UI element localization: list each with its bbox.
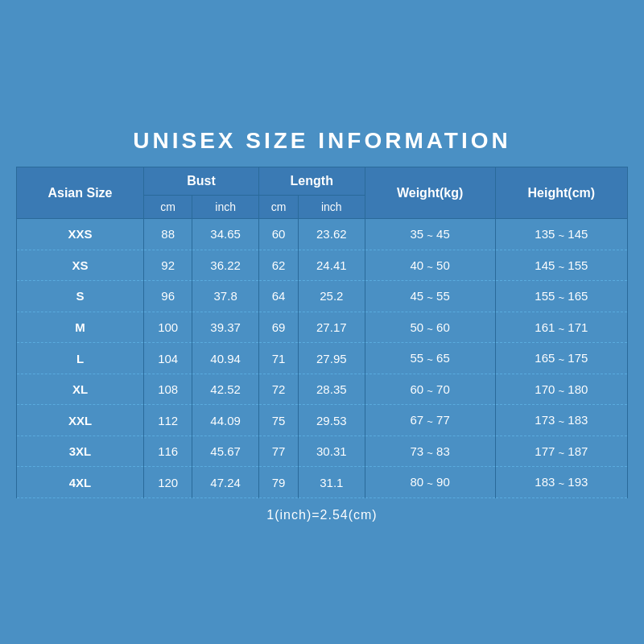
- length-cm-cell: 75: [258, 405, 298, 436]
- weight-cell: 45 ~ 55: [365, 281, 495, 312]
- length-cm-cell: 62: [258, 250, 298, 281]
- length-header: Length: [258, 167, 365, 196]
- table-body: XXS 88 34.65 60 23.62 35 ~ 45 135 ~ 145 …: [17, 219, 628, 498]
- height-cell: 145 ~ 155: [495, 250, 627, 281]
- size-cell: XS: [17, 250, 144, 281]
- bust-cm-cell: 88: [143, 219, 192, 250]
- bust-cm-cell: 104: [143, 343, 192, 374]
- length-cm-cell: 64: [258, 281, 298, 312]
- header-row-1: Asian Size Bust Length Weight(kg) Height…: [17, 167, 628, 196]
- bust-cm-cell: 92: [143, 250, 192, 281]
- bust-inch-cell: 37.8: [192, 281, 259, 312]
- length-inch-cell: 30.31: [299, 436, 365, 467]
- length-cm-cell: 60: [258, 219, 298, 250]
- table-row: S 96 37.8 64 25.2 45 ~ 55 155 ~ 165: [17, 281, 628, 312]
- weight-header: Weight(kg): [365, 167, 495, 219]
- length-cm-cell: 77: [258, 436, 298, 467]
- bust-inch-cell: 39.37: [192, 312, 259, 343]
- weight-cell: 50 ~ 60: [365, 312, 495, 343]
- size-cell: XL: [17, 374, 144, 405]
- weight-cell: 40 ~ 50: [365, 250, 495, 281]
- bust-inch-cell: 40.94: [192, 343, 259, 374]
- bust-header: Bust: [143, 167, 258, 196]
- length-inch-cell: 27.95: [299, 343, 365, 374]
- length-inch-cell: 29.53: [299, 405, 365, 436]
- table-row: XS 92 36.22 62 24.41 40 ~ 50 145 ~ 155: [17, 250, 628, 281]
- bust-cm-cell: 108: [143, 374, 192, 405]
- table-row: XXL 112 44.09 75 29.53 67 ~ 77 173 ~ 183: [17, 405, 628, 436]
- weight-cell: 80 ~ 90: [365, 467, 495, 498]
- bust-cm-cell: 116: [143, 436, 192, 467]
- height-cell: 165 ~ 175: [495, 343, 627, 374]
- length-inch-cell: 25.2: [299, 281, 365, 312]
- bust-inch-cell: 47.24: [192, 467, 259, 498]
- weight-cell: 73 ~ 83: [365, 436, 495, 467]
- length-cm-cell: 72: [258, 374, 298, 405]
- table-row: XXS 88 34.65 60 23.62 35 ~ 45 135 ~ 145: [17, 219, 628, 250]
- length-inch-cell: 27.17: [299, 312, 365, 343]
- height-cell: 170 ~ 180: [495, 374, 627, 405]
- bust-cm-cell: 96: [143, 281, 192, 312]
- table-row: L 104 40.94 71 27.95 55 ~ 65 165 ~ 175: [17, 343, 628, 374]
- length-inch-cell: 28.35: [299, 374, 365, 405]
- size-table: Asian Size Bust Length Weight(kg) Height…: [16, 167, 628, 498]
- asian-size-header: Asian Size: [17, 167, 144, 219]
- bust-inch-cell: 42.52: [192, 374, 259, 405]
- height-cell: 161 ~ 171: [495, 312, 627, 343]
- length-inch-cell: 31.1: [299, 467, 365, 498]
- length-cm-header: cm: [258, 196, 298, 219]
- bust-cm-cell: 120: [143, 467, 192, 498]
- weight-cell: 67 ~ 77: [365, 405, 495, 436]
- bust-inch-cell: 36.22: [192, 250, 259, 281]
- length-cm-cell: 79: [258, 467, 298, 498]
- bust-inch-cell: 45.67: [192, 436, 259, 467]
- size-cell: XXS: [17, 219, 144, 250]
- size-cell: S: [17, 281, 144, 312]
- size-cell: 4XL: [17, 467, 144, 498]
- size-cell: XXL: [17, 405, 144, 436]
- bust-cm-header: cm: [143, 196, 192, 219]
- height-cell: 177 ~ 187: [495, 436, 627, 467]
- length-cm-cell: 69: [258, 312, 298, 343]
- weight-cell: 55 ~ 65: [365, 343, 495, 374]
- bust-inch-header: inch: [192, 196, 259, 219]
- table-row: M 100 39.37 69 27.17 50 ~ 60 161 ~ 171: [17, 312, 628, 343]
- height-cell: 173 ~ 183: [495, 405, 627, 436]
- table-row: 3XL 116 45.67 77 30.31 73 ~ 83 177 ~ 187: [17, 436, 628, 467]
- size-chart-container: UNISEX SIZE INFORMATION Asian Size Bust …: [8, 109, 636, 535]
- weight-cell: 60 ~ 70: [365, 374, 495, 405]
- length-inch-cell: 23.62: [299, 219, 365, 250]
- height-header: Height(cm): [495, 167, 627, 219]
- bust-inch-cell: 34.65: [192, 219, 259, 250]
- table-row: 4XL 120 47.24 79 31.1 80 ~ 90 183 ~ 193: [17, 467, 628, 498]
- height-cell: 135 ~ 145: [495, 219, 627, 250]
- size-cell: M: [17, 312, 144, 343]
- height-cell: 155 ~ 165: [495, 281, 627, 312]
- chart-title: UNISEX SIZE INFORMATION: [16, 117, 628, 167]
- size-cell: L: [17, 343, 144, 374]
- bust-cm-cell: 100: [143, 312, 192, 343]
- footer-note: 1(inch)=2.54(cm): [16, 498, 628, 527]
- length-inch-cell: 24.41: [299, 250, 365, 281]
- weight-cell: 35 ~ 45: [365, 219, 495, 250]
- table-row: XL 108 42.52 72 28.35 60 ~ 70 170 ~ 180: [17, 374, 628, 405]
- height-cell: 183 ~ 193: [495, 467, 627, 498]
- length-inch-header: inch: [299, 196, 365, 219]
- size-cell: 3XL: [17, 436, 144, 467]
- length-cm-cell: 71: [258, 343, 298, 374]
- bust-cm-cell: 112: [143, 405, 192, 436]
- bust-inch-cell: 44.09: [192, 405, 259, 436]
